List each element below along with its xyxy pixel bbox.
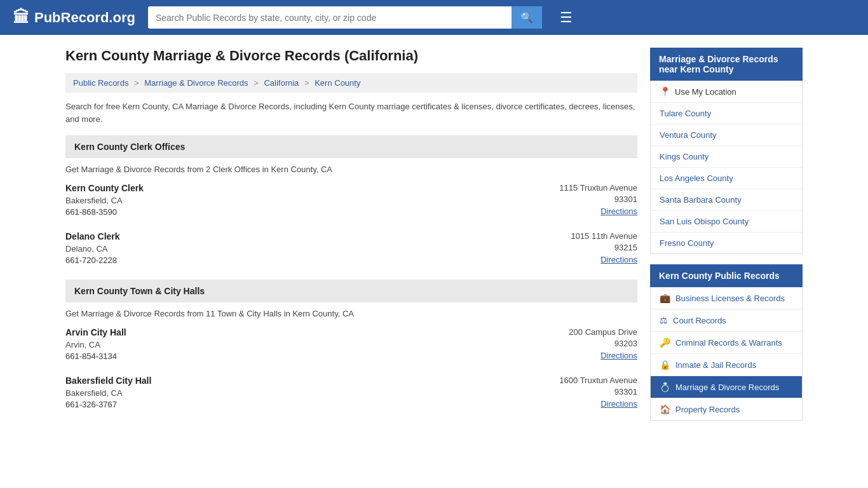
- logo[interactable]: 🏛 PubRecord.org: [13, 8, 135, 27]
- sidebar-item-use-my-location[interactable]: 📍 Use My Location: [651, 81, 802, 103]
- office-zip: 93203: [510, 339, 637, 348]
- nearby-item-label: Kings County: [660, 152, 709, 161]
- logo-text: PubRecord.org: [34, 10, 135, 26]
- office-street: 200 Campus Drive: [510, 327, 637, 337]
- city-halls-desc: Get Marriage & Divorce Records from 11 T…: [65, 309, 637, 318]
- site-header: 🏛 PubRecord.org 🔍 ☰: [0, 0, 868, 35]
- office-entry: Bakersfield City Hall Bakersfield, CA 66…: [65, 376, 637, 411]
- page-description: Search for free Kern County, CA Marriage…: [65, 100, 637, 125]
- directions-link[interactable]: Directions: [600, 255, 637, 264]
- clerk-offices-section-header: Kern County Clerk Offices: [65, 135, 637, 158]
- office-phone: 661-720-2228: [65, 255, 120, 265]
- sidebar-item-san-luis-obispo[interactable]: San Luis Obispo County: [651, 211, 802, 233]
- breadcrumb-link-kern-county[interactable]: Kern County: [315, 78, 360, 88]
- breadcrumb: Public Records > Marriage & Divorce Reco…: [65, 73, 637, 93]
- inmate-icon: 🔒: [660, 360, 670, 370]
- court-icon: ⚖: [660, 315, 668, 325]
- sidebar-item-ventura[interactable]: Ventura County: [651, 125, 802, 146]
- nearby-item-label: Ventura County: [660, 130, 717, 140]
- location-icon: 📍: [660, 86, 670, 97]
- office-entry: Arvin City Hall Arvin, CA 661-854-3134 2…: [65, 327, 637, 363]
- records-item-label: Court Records: [673, 316, 726, 325]
- directions-link[interactable]: Directions: [600, 351, 637, 360]
- sidebar: Marriage & Divorce Records near Kern Cou…: [650, 48, 803, 431]
- sidebar-item-inmate-records[interactable]: 🔒 Inmate & Jail Records: [651, 354, 802, 376]
- office-left: Delano Clerk Delano, CA 661-720-2228: [65, 231, 120, 267]
- office-right: 1115 Truxtun Avenue 93301 Directions: [510, 183, 637, 219]
- search-input[interactable]: [148, 8, 512, 28]
- page-title: Kern County Marriage & Divorce Records (…: [65, 48, 637, 64]
- main-content: Kern County Marriage & Divorce Records (…: [65, 48, 637, 431]
- office-entry: Delano Clerk Delano, CA 661-720-2228 101…: [65, 231, 637, 267]
- criminal-icon: 🔑: [660, 337, 670, 348]
- records-item-label: Criminal Records & Warrants: [675, 338, 782, 348]
- sidebar-item-business-licenses[interactable]: 💼 Business Licenses & Records: [651, 287, 802, 309]
- nearby-list: 📍 Use My Location Tulare County Ventura …: [650, 81, 803, 254]
- property-icon: 🏠: [660, 404, 670, 414]
- office-phone: 661-854-3134: [65, 351, 126, 361]
- nearby-item-label: Santa Barbara County: [660, 195, 742, 205]
- office-phone: 661-868-3590: [65, 207, 144, 217]
- search-button[interactable]: 🔍: [512, 6, 542, 29]
- menu-icon[interactable]: ☰: [560, 10, 573, 26]
- office-street: 1600 Truxtun Avenue: [510, 376, 637, 385]
- office-right: 1600 Truxtun Avenue 93301 Directions: [510, 376, 637, 411]
- office-phone: 661-326-3767: [65, 400, 151, 409]
- breadcrumb-link-california[interactable]: California: [264, 78, 299, 88]
- sidebar-item-santa-barbara[interactable]: Santa Barbara County: [651, 189, 802, 211]
- office-zip: 93215: [510, 243, 637, 252]
- directions-link[interactable]: Directions: [600, 207, 637, 216]
- office-entry: Kern County Clerk Bakersfield, CA 661-86…: [65, 183, 637, 219]
- office-street: 1015 11th Avenue: [510, 231, 637, 241]
- office-name: Arvin City Hall: [65, 327, 126, 337]
- breadcrumb-link-public-records[interactable]: Public Records: [73, 78, 128, 88]
- nearby-item-label: Fresno County: [660, 238, 714, 248]
- sidebar-item-tulare[interactable]: Tulare County: [651, 103, 802, 125]
- office-street: 1115 Truxtun Avenue: [510, 183, 637, 193]
- nearby-item-label: Los Angeles County: [660, 173, 733, 183]
- city-halls-section-header: Kern County Town & City Halls: [65, 280, 637, 302]
- nearby-section-title: Marriage & Divorce Records near Kern Cou…: [650, 48, 803, 81]
- office-right: 200 Campus Drive 93203 Directions: [510, 327, 637, 363]
- records-item-label: Inmate & Jail Records: [675, 360, 756, 370]
- office-address: Delano, CA: [65, 244, 120, 254]
- nearby-item-label: Tulare County: [660, 109, 711, 118]
- office-address: Bakersfield, CA: [65, 196, 144, 205]
- public-records-list: 💼 Business Licenses & Records ⚖ Court Re…: [650, 287, 803, 421]
- sidebar-item-los-angeles[interactable]: Los Angeles County: [651, 168, 802, 189]
- office-zip: 93301: [510, 194, 637, 204]
- office-left: Kern County Clerk Bakersfield, CA 661-86…: [65, 183, 144, 219]
- breadcrumb-link-marriage-divorce[interactable]: Marriage & Divorce Records: [144, 78, 248, 88]
- business-icon: 💼: [660, 293, 670, 303]
- records-item-label: Marriage & Divorce Records: [675, 383, 779, 392]
- sidebar-item-property-records[interactable]: 🏠 Property Records: [651, 398, 802, 420]
- sidebar-item-marriage-divorce[interactable]: 💍 Marriage & Divorce Records: [651, 376, 802, 398]
- logo-icon: 🏛: [13, 8, 29, 27]
- nearby-item-label: Use My Location: [675, 87, 736, 97]
- records-item-label: Property Records: [675, 405, 740, 414]
- page-container: Kern County Marriage & Divorce Records (…: [53, 35, 815, 444]
- sidebar-item-kings[interactable]: Kings County: [651, 146, 802, 168]
- office-left: Arvin City Hall Arvin, CA 661-854-3134: [65, 327, 126, 363]
- sidebar-item-court-records[interactable]: ⚖ Court Records: [651, 309, 802, 332]
- directions-link[interactable]: Directions: [600, 399, 637, 409]
- office-address: Bakersfield, CA: [65, 388, 151, 398]
- records-item-label: Business Licenses & Records: [675, 294, 785, 303]
- office-name: Delano Clerk: [65, 231, 120, 241]
- office-left: Bakersfield City Hall Bakersfield, CA 66…: [65, 376, 151, 411]
- office-zip: 93301: [510, 387, 637, 396]
- office-name: Kern County Clerk: [65, 183, 144, 193]
- nearby-item-label: San Luis Obispo County: [660, 217, 749, 226]
- marriage-icon: 💍: [660, 382, 670, 392]
- sidebar-item-fresno[interactable]: Fresno County: [651, 233, 802, 254]
- office-name: Bakersfield City Hall: [65, 376, 151, 386]
- public-records-section-title: Kern County Public Records: [650, 264, 803, 287]
- sidebar-item-criminal-records[interactable]: 🔑 Criminal Records & Warrants: [651, 332, 802, 354]
- search-icon: 🔍: [520, 12, 533, 23]
- clerk-offices-desc: Get Marriage & Divorce Records from 2 Cl…: [65, 165, 637, 174]
- search-bar: 🔍: [148, 6, 542, 29]
- office-right: 1015 11th Avenue 93215 Directions: [510, 231, 637, 267]
- office-address: Arvin, CA: [65, 340, 126, 349]
